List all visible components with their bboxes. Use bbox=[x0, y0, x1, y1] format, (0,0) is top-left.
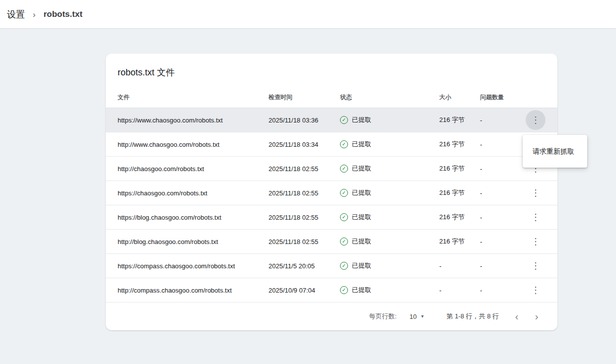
row-actions: ⋮ bbox=[525, 110, 546, 130]
check-circle-icon: ✓ bbox=[340, 140, 348, 148]
robots-table-body: https://www.chaosgoo.com/robots.txt 2025… bbox=[106, 108, 557, 303]
row-menu-button[interactable]: ⋮ bbox=[526, 280, 546, 300]
status-label: 已提取 bbox=[352, 188, 371, 197]
issues-count: - bbox=[480, 262, 525, 270]
file-url: https://blog.chaosgoo.com/robots.txt bbox=[118, 214, 269, 221]
more-vert-icon: ⋮ bbox=[531, 213, 540, 222]
status-label: 已提取 bbox=[352, 237, 371, 246]
check-circle-icon: ✓ bbox=[340, 116, 348, 124]
table-row[interactable]: http://www.chaosgoo.com/robots.txt 2025/… bbox=[106, 132, 557, 157]
checked-time: 2025/11/18 03:36 bbox=[269, 117, 340, 124]
row-menu-button[interactable]: ⋮ bbox=[526, 256, 546, 276]
status-label: 已提取 bbox=[352, 286, 371, 295]
row-menu-button[interactable]: ⋮ bbox=[526, 207, 546, 227]
more-vert-icon: ⋮ bbox=[531, 286, 540, 295]
issues-count: - bbox=[480, 189, 525, 197]
chevron-right-icon: › bbox=[33, 10, 36, 19]
issues-count: - bbox=[480, 287, 525, 294]
robots-card: robots.txt 文件 文件 检查时间 状态 大小 问题数量 https:/… bbox=[106, 54, 557, 330]
table-row[interactable]: https://chaosgoo.com/robots.txt 2025/11/… bbox=[106, 181, 557, 205]
pagination-next-button[interactable]: › bbox=[527, 306, 547, 326]
check-circle-icon: ✓ bbox=[340, 286, 348, 294]
row-menu-button[interactable]: ⋮ bbox=[526, 110, 546, 130]
row-actions: ⋮ bbox=[525, 280, 546, 300]
checked-time: 2025/10/9 07:04 bbox=[269, 287, 340, 294]
status-label: 已提取 bbox=[352, 116, 371, 124]
card-title: robots.txt 文件 bbox=[106, 54, 557, 87]
chevron-right-icon: › bbox=[535, 311, 539, 322]
issues-count: - bbox=[480, 238, 525, 245]
table-row[interactable]: http://blog.chaosgoo.com/robots.txt 2025… bbox=[106, 230, 557, 254]
pagination-range-label: 第 1-8 行，共 8 行 bbox=[447, 312, 499, 321]
status-cell: ✓ 已提取 bbox=[340, 213, 439, 222]
check-circle-icon: ✓ bbox=[340, 165, 348, 173]
file-url: http://www.chaosgoo.com/robots.txt bbox=[118, 141, 269, 148]
checked-time: 2025/11/18 02:55 bbox=[269, 165, 340, 173]
checked-time: 2025/11/18 02:55 bbox=[269, 214, 340, 221]
checked-time: 2025/11/18 02:55 bbox=[269, 238, 340, 245]
row-menu-button[interactable]: ⋮ bbox=[526, 232, 546, 251]
status-cell: ✓ 已提取 bbox=[340, 188, 439, 197]
table-header-row: 文件 检查时间 状态 大小 问题数量 bbox=[106, 87, 557, 108]
pagination-bar: 每页行数: 10 ▾ 第 1-8 行，共 8 行 ‹ › bbox=[106, 303, 557, 330]
status-cell: ✓ 已提取 bbox=[340, 116, 439, 124]
table-row[interactable]: https://compass.chaosgoo.com/robots.txt … bbox=[106, 254, 557, 278]
file-url: http://blog.chaosgoo.com/robots.txt bbox=[118, 238, 269, 245]
issues-count: - bbox=[480, 165, 525, 173]
check-circle-icon: ✓ bbox=[340, 189, 348, 197]
status-cell: ✓ 已提取 bbox=[340, 261, 439, 270]
column-header-issues: 问题数量 bbox=[480, 93, 525, 102]
row-actions: ⋮ bbox=[525, 256, 546, 276]
size-value: 216 字节 bbox=[439, 213, 480, 222]
status-cell: ✓ 已提取 bbox=[340, 237, 439, 246]
table-row[interactable]: http://chaosgoo.com/robots.txt 2025/11/1… bbox=[106, 157, 557, 181]
row-actions: ⋮ bbox=[525, 207, 546, 227]
size-value: 216 字节 bbox=[439, 116, 480, 124]
rows-per-page-label: 每页行数: bbox=[369, 312, 397, 321]
more-vert-icon: ⋮ bbox=[531, 261, 540, 270]
breadcrumb-item-settings[interactable]: 设置 bbox=[7, 8, 25, 20]
status-label: 已提取 bbox=[352, 213, 371, 222]
file-url: https://chaosgoo.com/robots.txt bbox=[118, 189, 269, 197]
pagination-prev-button[interactable]: ‹ bbox=[507, 306, 527, 326]
file-url: https://www.chaosgoo.com/robots.txt bbox=[118, 117, 269, 124]
checked-time: 2025/11/18 02:55 bbox=[269, 189, 340, 197]
breadcrumb-bar: 设置 › robots.txt bbox=[0, 0, 616, 29]
check-circle-icon: ✓ bbox=[340, 213, 348, 221]
table-row[interactable]: http://compass.chaosgoo.com/robots.txt 2… bbox=[106, 278, 557, 303]
file-url: https://compass.chaosgoo.com/robots.txt bbox=[118, 262, 269, 270]
more-vert-icon: ⋮ bbox=[531, 237, 540, 246]
issues-count: - bbox=[480, 117, 525, 124]
rows-per-page-value: 10 bbox=[410, 313, 416, 320]
size-value: 216 字节 bbox=[439, 237, 480, 246]
table-row[interactable]: https://blog.chaosgoo.com/robots.txt 202… bbox=[106, 205, 557, 230]
status-cell: ✓ 已提取 bbox=[340, 140, 439, 149]
more-vert-icon: ⋮ bbox=[531, 188, 540, 197]
status-cell: ✓ 已提取 bbox=[340, 164, 439, 173]
size-value: 216 字节 bbox=[439, 164, 480, 173]
size-value: - bbox=[439, 262, 480, 270]
column-header-status: 状态 bbox=[340, 93, 439, 102]
row-actions: ⋮ bbox=[525, 232, 546, 251]
checked-time: 2025/11/18 03:34 bbox=[269, 141, 340, 148]
context-menu-item-recrawl[interactable]: 请求重新抓取 bbox=[523, 139, 587, 163]
status-label: 已提取 bbox=[352, 164, 371, 173]
column-header-checked: 检查时间 bbox=[269, 93, 340, 102]
rows-per-page-select[interactable]: 10 ▾ bbox=[410, 313, 424, 320]
check-circle-icon: ✓ bbox=[340, 238, 348, 245]
row-actions: ⋮ bbox=[525, 183, 546, 203]
table-row[interactable]: https://www.chaosgoo.com/robots.txt 2025… bbox=[106, 108, 557, 132]
size-value: 216 字节 bbox=[439, 140, 480, 149]
row-menu-button[interactable]: ⋮ bbox=[526, 183, 546, 203]
size-value: 216 字节 bbox=[439, 188, 480, 197]
dropdown-arrow-icon: ▾ bbox=[421, 314, 424, 319]
status-cell: ✓ 已提取 bbox=[340, 286, 439, 295]
issues-count: - bbox=[480, 214, 525, 221]
file-url: http://compass.chaosgoo.com/robots.txt bbox=[118, 287, 269, 294]
size-value: - bbox=[439, 287, 480, 294]
breadcrumb-item-current: robots.txt bbox=[44, 9, 82, 19]
check-circle-icon: ✓ bbox=[340, 262, 348, 270]
checked-time: 2025/11/5 20:05 bbox=[269, 262, 340, 270]
chevron-left-icon: ‹ bbox=[515, 311, 519, 322]
context-menu: 请求重新抓取 bbox=[523, 135, 587, 168]
